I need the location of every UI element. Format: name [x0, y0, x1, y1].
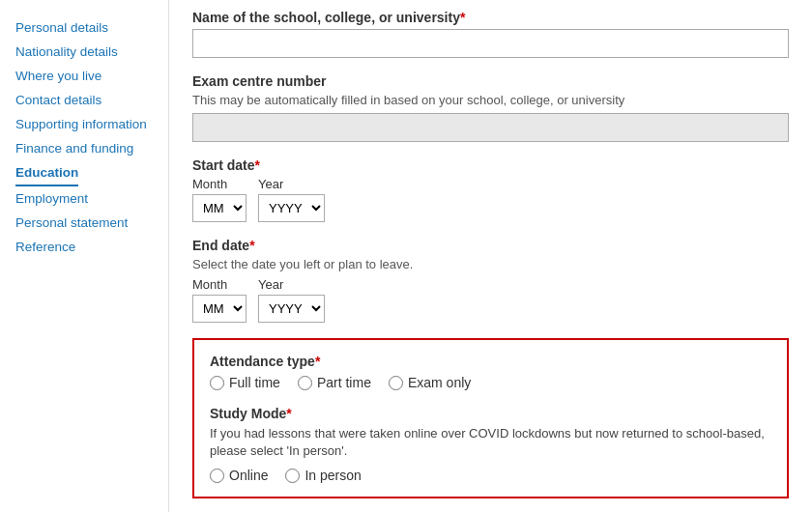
study-mode-required: *: [286, 406, 291, 421]
start-date-label: Start date*: [192, 157, 789, 173]
end-year-select[interactable]: YYYY 202420232022 202120202019: [258, 295, 325, 323]
exam-centre-input[interactable]: [192, 113, 789, 142]
attendance-exam-only: Exam only: [389, 375, 471, 390]
highlighted-section: Attendance type* Full time Part time Exa…: [192, 338, 789, 498]
attendance-type-required: *: [315, 354, 320, 369]
school-name-input[interactable]: [192, 29, 789, 58]
attendance-type-group: Attendance type* Full time Part time Exa…: [210, 354, 771, 390]
start-month-label: Month: [192, 177, 246, 191]
end-date-hint: Select the date you left or plan to leav…: [192, 257, 789, 271]
attendance-full-time: Full time: [210, 375, 280, 390]
study-mode-group: Study Mode* If you had lessons that were…: [210, 406, 771, 483]
sidebar-item-education[interactable]: Education: [15, 160, 78, 186]
exam-centre-group: Exam centre number This may be automatic…: [192, 73, 789, 142]
end-date-group: End date* Select the date you left or pl…: [192, 238, 789, 323]
attendance-type-label: Attendance type*: [210, 354, 771, 369]
end-year-col: Year YYYY 202420232022 202120202019: [258, 277, 325, 323]
end-month-select[interactable]: MM 010203 040506 070809 101112: [192, 295, 246, 323]
attendance-part-time: Part time: [298, 375, 371, 390]
online-label: Online: [229, 468, 268, 483]
sidebar-item-personal-statement[interactable]: Personal statement: [15, 211, 153, 235]
study-online: Online: [210, 468, 268, 483]
sidebar-item-contact-details[interactable]: Contact details: [15, 88, 153, 112]
sidebar-item-nationality-details[interactable]: Nationality details: [15, 40, 153, 64]
sidebar-item-finance-and-funding[interactable]: Finance and funding: [15, 136, 153, 160]
full-time-radio[interactable]: [210, 376, 224, 390]
start-date-required: *: [255, 157, 260, 173]
sidebar-item-supporting-information[interactable]: Supporting information: [15, 112, 153, 136]
study-mode-label: Study Mode*: [210, 406, 771, 421]
start-month-col: Month MM 010203 040506 070809 101112: [192, 177, 246, 222]
sidebar-item-personal-details[interactable]: Personal details: [15, 15, 153, 40]
attendance-radio-group: Full time Part time Exam only: [210, 375, 771, 390]
sidebar: Personal details Nationality details Whe…: [0, 0, 169, 512]
school-name-group: Name of the school, college, or universi…: [192, 10, 789, 58]
part-time-radio[interactable]: [298, 376, 312, 390]
start-year-label: Year: [258, 177, 325, 191]
end-month-label: Month: [192, 277, 246, 292]
end-date-label: End date*: [192, 238, 789, 253]
study-mode-radio-group: Online In person: [210, 468, 771, 483]
part-time-label: Part time: [317, 375, 371, 390]
study-in-person: In person: [285, 468, 361, 483]
in-person-label: In person: [304, 468, 361, 483]
exam-only-radio[interactable]: [389, 376, 403, 390]
end-month-col: Month MM 010203 040506 070809 101112: [192, 277, 246, 323]
start-month-select[interactable]: MM 010203 040506 070809 101112: [192, 194, 246, 222]
study-mode-hint: If you had lessons that were taken onlin…: [210, 425, 771, 460]
start-date-group: Start date* Month MM 010203 040506 07080…: [192, 157, 789, 222]
sidebar-item-reference[interactable]: Reference: [15, 235, 153, 259]
start-date-row: Month MM 010203 040506 070809 101112 Yea…: [192, 177, 789, 222]
end-date-row: Month MM 010203 040506 070809 101112 Yea…: [192, 277, 789, 323]
end-date-required: *: [249, 238, 254, 253]
start-year-select[interactable]: YYYY 202420232022 202120202019: [258, 194, 325, 222]
sidebar-item-where-you-live[interactable]: Where you live: [15, 64, 153, 88]
online-radio[interactable]: [210, 469, 224, 483]
in-person-radio[interactable]: [285, 469, 300, 483]
exam-only-label: Exam only: [408, 375, 471, 390]
exam-centre-hint: This may be automatically filled in base…: [192, 93, 789, 107]
end-year-label: Year: [258, 277, 325, 292]
sidebar-item-employment[interactable]: Employment: [15, 186, 153, 211]
start-year-col: Year YYYY 202420232022 202120202019: [258, 177, 325, 222]
school-name-required: *: [460, 10, 465, 25]
school-name-label: Name of the school, college, or universi…: [192, 10, 789, 25]
full-time-label: Full time: [229, 375, 280, 390]
main-content: Name of the school, college, or universi…: [169, 0, 812, 512]
exam-centre-label: Exam centre number: [192, 73, 789, 89]
